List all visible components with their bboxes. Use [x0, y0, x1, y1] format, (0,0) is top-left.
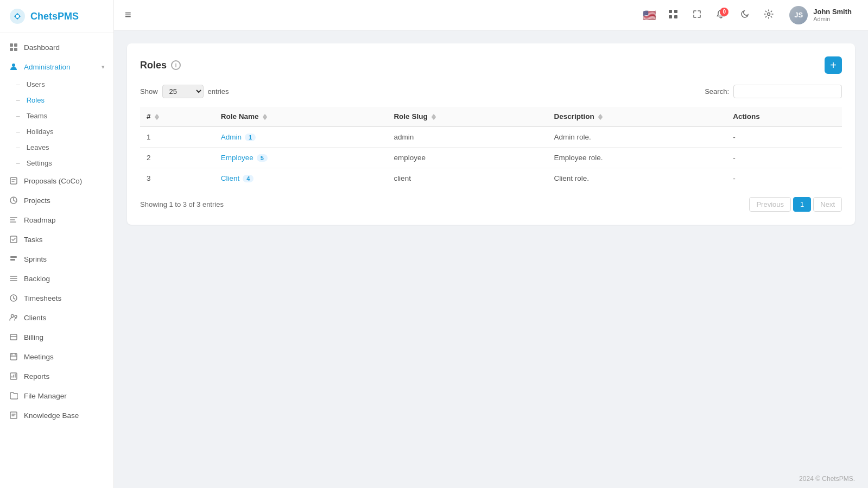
sidebar-item-holidays[interactable]: – Holidays [0, 124, 113, 140]
svg-rect-7 [10, 178, 17, 184]
topbar: ≡ 🇺🇸 0 [114, 0, 868, 30]
sort-icon-role-slug [432, 114, 436, 120]
admin-icon [9, 62, 18, 72]
row-2-role-link[interactable]: Employee 5 [221, 154, 268, 162]
svg-point-22 [768, 12, 770, 15]
col-description[interactable]: Description [547, 107, 726, 126]
page-title: Roles [140, 60, 167, 71]
sidebar-item-sprints-label: Sprints [24, 255, 105, 263]
sidebar-item-administration[interactable]: Administration ▾ [0, 57, 113, 77]
sidebar-item-meetings[interactable]: Meetings [0, 347, 113, 366]
sidebar-item-reports[interactable]: Reports [0, 366, 113, 386]
add-role-button[interactable]: + [825, 56, 842, 74]
table-row: 2 Employee 5 employee Employee role. - [140, 148, 842, 168]
sort-icon-role-name [263, 114, 267, 120]
expand-icon-button[interactable] [688, 7, 706, 24]
sidebar-item-billing[interactable]: Billing [0, 327, 113, 347]
sidebar-item-teams[interactable]: – Teams [0, 108, 113, 124]
row-3-role-name: Client 4 [214, 168, 388, 189]
sidebar-item-projects-label: Projects [24, 197, 105, 205]
col-role-slug[interactable]: Role Slug [387, 107, 547, 126]
row-3-role-link[interactable]: Client 4 [221, 174, 254, 182]
roadmap-icon [9, 215, 18, 225]
sidebar-item-holidays-label: Holidays [27, 128, 54, 136]
previous-button[interactable]: Previous [749, 197, 791, 212]
svg-rect-3 [14, 43, 17, 47]
card-title: Roles i [140, 60, 181, 71]
row-3-role-slug: client [387, 168, 547, 189]
sidebar-item-projects[interactable]: Projects [0, 191, 113, 210]
sidebar-item-timesheets[interactable]: Timesheets [0, 288, 113, 308]
col-role-name[interactable]: Role Name [214, 107, 388, 126]
sidebar: ChetsPMS Dashboard Administration ▾ – Us… [0, 0, 114, 488]
sidebar-item-sprints[interactable]: Sprints [0, 249, 113, 269]
knowledge-base-icon [9, 410, 18, 420]
show-entries: Show 10 25 50 100 entries [140, 85, 229, 98]
meetings-icon [9, 352, 18, 362]
billing-icon [9, 332, 18, 342]
menu-toggle-button[interactable]: ≡ [125, 9, 131, 21]
table-controls: Show 10 25 50 100 entries Search: [140, 85, 842, 98]
sidebar-item-roles[interactable]: – Roles [0, 92, 113, 108]
sidebar-item-dashboard[interactable]: Dashboard [0, 37, 113, 57]
sidebar-item-teams-label: Teams [27, 112, 47, 120]
backlog-icon [9, 274, 18, 283]
info-icon[interactable]: i [171, 60, 181, 70]
notification-badge: 0 [720, 8, 728, 16]
sidebar-item-knowledge-base[interactable]: Knowledge Base [0, 405, 113, 425]
sidebar-nav: Dashboard Administration ▾ – Users – Rol… [0, 33, 113, 488]
logo-icon [9, 8, 26, 25]
row-2-number: 2 [140, 148, 214, 168]
user-details: John Smith Admin [813, 8, 852, 22]
clients-icon [9, 313, 18, 322]
sidebar-item-tasks-label: Tasks [24, 236, 105, 244]
avatar: JS [789, 6, 808, 24]
row-1-role-link[interactable]: Admin 1 [221, 133, 256, 141]
sidebar-item-backlog[interactable]: Backlog [0, 269, 113, 288]
grid-icon [668, 9, 678, 21]
sidebar-logo: ChetsPMS [0, 0, 113, 33]
projects-icon [9, 195, 18, 205]
table-body: 1 Admin 1 admin Admin role. - 2 [140, 126, 842, 188]
sidebar-item-settings[interactable]: – Settings [0, 155, 113, 171]
page-1-button[interactable]: 1 [793, 197, 811, 212]
notification-button[interactable]: 0 [712, 7, 730, 24]
sidebar-item-leaves-label: Leaves [27, 143, 49, 151]
row-2-actions: - [726, 148, 842, 168]
sidebar-item-file-manager[interactable]: File Manager [0, 386, 113, 405]
card-header: Roles i + [140, 56, 842, 74]
svg-rect-2 [10, 43, 13, 47]
expand-icon [692, 9, 702, 21]
search-wrap: Search: [705, 85, 842, 98]
sidebar-item-proposals-label: Proposals (CoCo) [24, 177, 105, 185]
table-row: 3 Client 4 client Client role. - [140, 168, 842, 189]
grid-icon-button[interactable] [664, 7, 682, 24]
search-input[interactable] [733, 85, 842, 98]
entries-select[interactable]: 10 25 50 100 [162, 85, 204, 98]
sidebar-item-users[interactable]: – Users [0, 77, 113, 92]
user-profile[interactable]: JS John Smith Admin [784, 3, 857, 28]
file-manager-icon [9, 391, 18, 401]
sidebar-item-clients[interactable]: Clients [0, 308, 113, 327]
settings-button[interactable] [760, 7, 777, 24]
chevron-down-icon: ▾ [102, 64, 105, 71]
next-button[interactable]: Next [813, 197, 842, 212]
svg-rect-20 [669, 15, 672, 18]
user-name: John Smith [813, 8, 852, 16]
table-footer: Showing 1 to 3 of 3 entries Previous 1 N… [140, 197, 842, 212]
col-actions: Actions [726, 107, 842, 126]
sidebar-item-billing-label: Billing [24, 333, 105, 341]
flag-icon-button[interactable]: 🇺🇸 [641, 7, 658, 24]
sidebar-item-users-label: Users [27, 80, 45, 88]
app-name: ChetsPMS [30, 11, 79, 22]
sidebar-item-roles-label: Roles [27, 96, 45, 104]
sidebar-item-knowledge-base-label: Knowledge Base [24, 411, 105, 420]
sidebar-item-leaves[interactable]: – Leaves [0, 140, 113, 155]
dark-mode-button[interactable] [736, 7, 753, 24]
col-number[interactable]: # [140, 107, 214, 126]
sidebar-item-roadmap[interactable]: Roadmap [0, 210, 113, 230]
svg-point-14 [15, 315, 17, 318]
sprints-icon [9, 254, 18, 264]
sidebar-item-tasks[interactable]: Tasks [0, 230, 113, 249]
sidebar-item-proposals[interactable]: Proposals (CoCo) [0, 171, 113, 191]
